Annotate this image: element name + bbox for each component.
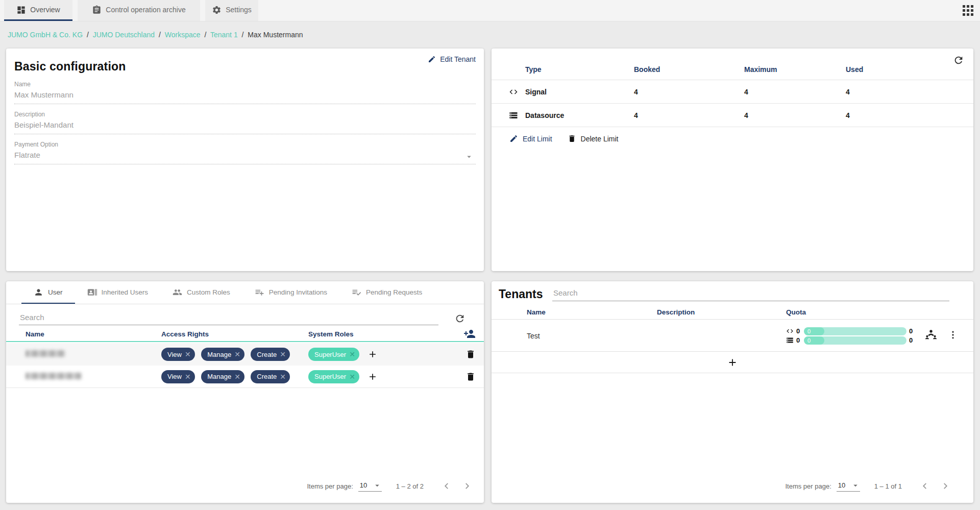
apps-grid-icon[interactable] bbox=[963, 5, 974, 16]
tenant-search-input[interactable] bbox=[552, 285, 949, 301]
basic-configuration-card: Edit Tenant Basic configuration Name Max… bbox=[6, 48, 484, 271]
chevron-down-icon bbox=[851, 481, 860, 490]
limits-card: Type Booked Maximum Used Signal 4 4 4 Da… bbox=[492, 48, 973, 271]
access-right-chip[interactable]: Create✕ bbox=[251, 348, 290, 361]
breadcrumb-separator: / bbox=[204, 31, 206, 39]
chevron-left-icon[interactable] bbox=[441, 480, 452, 492]
booked-value: 4 bbox=[634, 88, 744, 96]
tab-overview[interactable]: Overview bbox=[4, 0, 72, 21]
close-icon[interactable]: ✕ bbox=[349, 351, 355, 358]
name-field: Name Max Mustermann bbox=[14, 81, 476, 104]
list-add-icon bbox=[255, 287, 264, 297]
breadcrumb-link-workspace[interactable]: Workspace bbox=[165, 31, 201, 39]
code-icon bbox=[786, 327, 794, 335]
maximum-value: 4 bbox=[744, 111, 846, 119]
close-icon[interactable]: ✕ bbox=[185, 373, 191, 380]
limit-type: Datasource bbox=[525, 111, 564, 119]
close-icon[interactable]: ✕ bbox=[234, 351, 240, 358]
chip-label: Create bbox=[257, 373, 277, 380]
access-right-chip[interactable]: Create✕ bbox=[251, 370, 290, 383]
refresh-icon[interactable] bbox=[454, 313, 465, 324]
breadcrumb-link-company[interactable]: JUMO GmbH & Co. KG bbox=[8, 31, 83, 39]
chevron-right-icon[interactable] bbox=[940, 480, 951, 492]
trash-icon bbox=[568, 134, 576, 143]
tab-control-operation-archive[interactable]: Control operation archive bbox=[78, 0, 200, 21]
access-right-chip[interactable]: Manage✕ bbox=[201, 370, 244, 383]
table-row: Signal 4 4 4 bbox=[492, 80, 973, 104]
user-search-input[interactable] bbox=[19, 311, 438, 325]
add-role-icon[interactable] bbox=[368, 349, 378, 359]
chevron-left-icon[interactable] bbox=[919, 480, 930, 492]
tab-label: User bbox=[48, 288, 63, 296]
breadcrumb-link-organization[interactable]: JUMO Deutschland bbox=[93, 31, 155, 39]
table-row: Test 0 0 0 0 0 0 bbox=[492, 320, 973, 352]
table-row: View✕ Manage✕ Create✕ SuperUser✕ bbox=[6, 366, 484, 388]
trash-icon[interactable] bbox=[465, 372, 476, 382]
people-icon bbox=[173, 287, 182, 297]
quota-bar-fill: 0 bbox=[804, 336, 824, 345]
user-group-icon[interactable] bbox=[924, 328, 938, 342]
edit-limit-button[interactable]: Edit Limit bbox=[509, 134, 552, 143]
tenants-paginator: Items per page: 10 1 – 1 of 1 bbox=[785, 480, 951, 492]
chip-label: Manage bbox=[207, 351, 231, 358]
page-range: 1 – 2 of 2 bbox=[396, 482, 424, 490]
add-tenant-icon[interactable] bbox=[727, 357, 738, 368]
chip-label: SuperUser bbox=[314, 351, 346, 358]
breadcrumb-current: Max Mustermann bbox=[248, 31, 303, 39]
column-header: Quota bbox=[786, 308, 973, 316]
chip-label: Manage bbox=[207, 373, 231, 380]
users-tab-bar: User Inherited Users Custom Roles Pendin… bbox=[6, 281, 484, 304]
close-icon[interactable]: ✕ bbox=[234, 373, 240, 380]
tab-pending-invitations[interactable]: Pending Invitations bbox=[242, 281, 339, 304]
breadcrumb-separator: / bbox=[159, 31, 161, 39]
page-size-value: 10 bbox=[360, 481, 367, 489]
chip-label: SuperUser bbox=[314, 373, 346, 380]
column-header: Name bbox=[527, 308, 657, 316]
add-role-icon[interactable] bbox=[368, 372, 378, 382]
page-size-value: 10 bbox=[838, 481, 845, 489]
column-header: Type bbox=[492, 65, 634, 74]
limit-type: Signal bbox=[525, 88, 547, 96]
dashboard-icon bbox=[16, 5, 26, 15]
access-right-chip[interactable]: Manage✕ bbox=[201, 348, 244, 361]
quota-bar: 0 bbox=[804, 336, 906, 345]
tab-custom-roles[interactable]: Custom Roles bbox=[160, 281, 242, 304]
tab-pending-requests[interactable]: Pending Requests bbox=[339, 281, 434, 304]
edit-tenant-button[interactable]: Edit Tenant bbox=[428, 55, 476, 63]
chevron-right-icon[interactable] bbox=[461, 480, 473, 492]
column-header: Used bbox=[846, 65, 973, 74]
access-right-chip[interactable]: View✕ bbox=[161, 348, 195, 361]
quota-bar-fill: 0 bbox=[804, 327, 824, 335]
pencil-icon bbox=[428, 55, 436, 63]
system-role-chip[interactable]: SuperUser✕ bbox=[308, 348, 359, 361]
page-size-select[interactable]: 10 bbox=[837, 481, 860, 492]
card-title: Tenants bbox=[499, 287, 543, 301]
tab-settings[interactable]: Settings bbox=[205, 0, 258, 21]
trash-icon[interactable] bbox=[465, 349, 476, 359]
users-card: User Inherited Users Custom Roles Pendin… bbox=[6, 281, 484, 503]
card-title: Basic configuration bbox=[14, 60, 126, 74]
tab-user[interactable]: User bbox=[21, 281, 75, 304]
breadcrumb-link-tenant[interactable]: Tenant 1 bbox=[210, 31, 238, 39]
chevron-down-icon bbox=[464, 152, 474, 161]
chip-label: View bbox=[167, 351, 182, 358]
close-icon[interactable]: ✕ bbox=[185, 351, 191, 358]
breadcrumb-separator: / bbox=[87, 31, 89, 39]
close-icon[interactable]: ✕ bbox=[280, 351, 286, 358]
kebab-menu-icon[interactable] bbox=[948, 330, 958, 340]
person-add-icon[interactable] bbox=[463, 328, 476, 340]
tenant-name: Test bbox=[527, 332, 657, 340]
access-right-chip[interactable]: View✕ bbox=[161, 370, 195, 383]
close-icon[interactable]: ✕ bbox=[349, 373, 355, 380]
chip-label: Create bbox=[257, 351, 277, 358]
payment-option-field: Payment Option Flatrate bbox=[14, 141, 476, 164]
tab-label: Inherited Users bbox=[102, 288, 149, 296]
tab-inherited-users[interactable]: Inherited Users bbox=[75, 281, 161, 304]
delete-limit-button[interactable]: Delete Limit bbox=[568, 134, 619, 143]
close-icon[interactable]: ✕ bbox=[280, 373, 286, 380]
column-header: Maximum bbox=[744, 65, 846, 74]
tab-label: Pending Requests bbox=[366, 288, 422, 296]
system-role-chip[interactable]: SuperUser✕ bbox=[308, 370, 359, 383]
page-size-select[interactable]: 10 bbox=[358, 481, 382, 492]
contact-badge-icon bbox=[87, 287, 97, 297]
